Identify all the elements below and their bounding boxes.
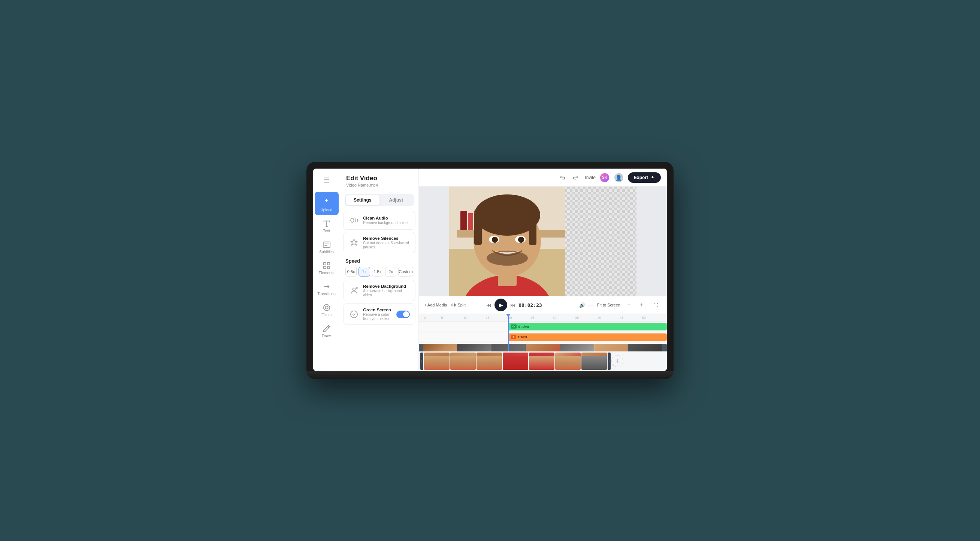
text-track-icon: T <box>511 335 516 339</box>
fit-screen-button[interactable]: Fit to Screen <box>597 303 620 307</box>
invite-button[interactable]: Invite <box>585 175 596 180</box>
sticker-icon: ⟳ <box>511 325 517 329</box>
green-screen-icon <box>349 309 359 320</box>
skip-forward-button[interactable]: ⏭ <box>510 302 515 308</box>
export-label: Export <box>634 175 648 180</box>
sidebar-item-draw[interactable]: Draw <box>315 321 339 341</box>
undo-button[interactable] <box>557 172 568 183</box>
speed-1x[interactable]: 1x <box>358 267 370 277</box>
green-screen-title: Green Screen <box>363 307 393 312</box>
sidebar-item-text-label: Text <box>323 229 330 233</box>
green-screen-toggle[interactable] <box>396 310 410 318</box>
svg-point-5 <box>323 305 330 311</box>
speed-section: Speed 0.5x 1x 1.5x 2x Custom <box>340 255 418 279</box>
zoom-out-button[interactable]: − <box>624 299 635 310</box>
sidebar-item-text[interactable]: Text <box>315 216 339 236</box>
menu-icon[interactable]: ☰ <box>321 173 332 187</box>
skip-back-button[interactable]: ⏮ <box>486 302 492 308</box>
time-display: 00:02:23 <box>519 302 542 308</box>
speed-title: Speed <box>345 258 413 264</box>
export-button[interactable]: Export <box>628 172 661 183</box>
avatar-sk: SK <box>600 172 610 183</box>
subtitles-icon <box>323 240 331 249</box>
sticker-track-bar[interactable]: ⟳ Sticker <box>508 323 667 331</box>
svg-rect-30 <box>454 304 455 306</box>
svg-rect-29 <box>452 304 453 306</box>
fit-screen-label: Fit to Screen <box>597 303 620 307</box>
timeline-tracks: 0 5 10 15 20 25 30 35 40 45 50 <box>419 314 667 352</box>
person-face <box>449 186 565 296</box>
clean-audio-icon <box>349 215 359 226</box>
sidebar-item-filters[interactable]: Filters <box>315 301 339 320</box>
split-label: Split <box>457 303 465 307</box>
filename: Video Name.mp4 <box>346 183 412 187</box>
volume-icon[interactable]: 🔊 <box>579 302 585 308</box>
speed-custom[interactable]: Custom <box>398 267 413 277</box>
tab-settings[interactable]: Settings <box>346 195 380 205</box>
playhead[interactable] <box>508 314 509 352</box>
undo-redo-controls <box>557 172 581 183</box>
page-title: Edit Video <box>346 175 412 182</box>
svg-rect-4 <box>327 266 329 269</box>
zoom-controls: − + <box>624 299 648 310</box>
play-button[interactable]: ▶ <box>495 299 507 311</box>
sidebar-item-elements[interactable]: Elements <box>315 258 339 278</box>
feature-remove-silences[interactable]: Remove Silences Cut out dead air & awkwa… <box>343 232 415 253</box>
remove-silences-title: Remove Silences <box>363 236 410 240</box>
video-thumbnails <box>423 344 662 352</box>
feature-remove-background[interactable]: Remove Background Auto-erase background … <box>343 280 415 301</box>
video-area <box>419 186 667 296</box>
add-media-button[interactable]: + Add Media <box>424 303 447 307</box>
transitions-icon <box>323 283 331 291</box>
svg-rect-22 <box>474 215 482 245</box>
zoom-in-button[interactable]: + <box>636 299 648 310</box>
filmstrip-frame-3 <box>477 353 502 370</box>
filmstrip-handle-left[interactable]: ⋮ <box>420 353 423 370</box>
text-track-bar[interactable]: T T Text <box>508 333 667 341</box>
timeline-right-controls: 🔊 — Fit to Screen − + <box>579 299 662 310</box>
timeline-controls: + Add Media Split ⏮ ▶ ⏭ 00:02:23 � <box>419 296 667 314</box>
speed-1.5x[interactable]: 1.5x <box>372 267 383 277</box>
sidebar-item-upload-label: Upload <box>321 208 332 212</box>
upload-icon: + <box>321 195 332 207</box>
sidebar-item-transitions[interactable]: Transitions <box>315 280 339 299</box>
video-preview <box>449 186 636 296</box>
sidebar-item-subtitles[interactable]: Subtitles <box>315 237 339 257</box>
remove-silences-desc: Cut out dead air & awkward pauses <box>363 241 410 249</box>
remove-background-icon <box>349 285 359 296</box>
clean-audio-title: Clean Audio <box>363 216 407 220</box>
green-screen-desc: Remove a color from your video <box>363 312 393 321</box>
feature-clean-audio[interactable]: Clean Audio Remove background noise <box>343 211 415 230</box>
speed-0.5x[interactable]: 0.5x <box>345 267 356 277</box>
left-panel: Edit Video Video Name.mp4 Settings Adjus… <box>340 169 419 371</box>
remove-background-desc: Auto-erase background video <box>363 289 410 297</box>
tab-adjust[interactable]: Adjust <box>380 195 413 205</box>
play-controls: ⏮ ▶ ⏭ 00:02:23 <box>486 299 542 311</box>
svg-rect-23 <box>529 215 536 245</box>
filters-icon <box>323 304 331 312</box>
sidebar-item-transitions-label: Transitions <box>317 292 336 296</box>
filmstrip-handle-right[interactable]: ⋮ <box>608 353 611 370</box>
filmstrip-frame-1 <box>424 353 450 370</box>
timeline-area: + Add Media Split ⏮ ▶ ⏭ 00:02:23 � <box>419 296 667 371</box>
filmstrip-frame-7 <box>581 353 607 370</box>
filmstrip-frame-6 <box>555 353 581 370</box>
speed-2x[interactable]: 2x <box>385 267 396 277</box>
sidebar-item-filters-label: Filters <box>321 313 331 317</box>
filmstrip-frame-5 <box>529 353 554 370</box>
svg-rect-2 <box>327 263 329 265</box>
add-track-button[interactable]: + <box>611 355 624 367</box>
redo-button[interactable] <box>570 172 581 183</box>
dash-separator: — <box>588 302 594 308</box>
feature-green-screen[interactable]: Green Screen Remove a color from your vi… <box>343 304 415 325</box>
video-track-bar[interactable]: ⋮ ⋮ <box>419 344 667 352</box>
text-track-label: T Text <box>517 335 527 339</box>
split-button[interactable]: Split <box>452 303 465 307</box>
sidebar-item-upload[interactable]: + Upload <box>315 192 339 215</box>
fullscreen-button[interactable] <box>650 299 662 310</box>
svg-point-26 <box>492 237 498 243</box>
sidebar-item-draw-label: Draw <box>322 334 331 338</box>
svg-rect-0 <box>323 242 330 248</box>
svg-point-7 <box>353 288 355 290</box>
elements-icon <box>323 261 331 270</box>
